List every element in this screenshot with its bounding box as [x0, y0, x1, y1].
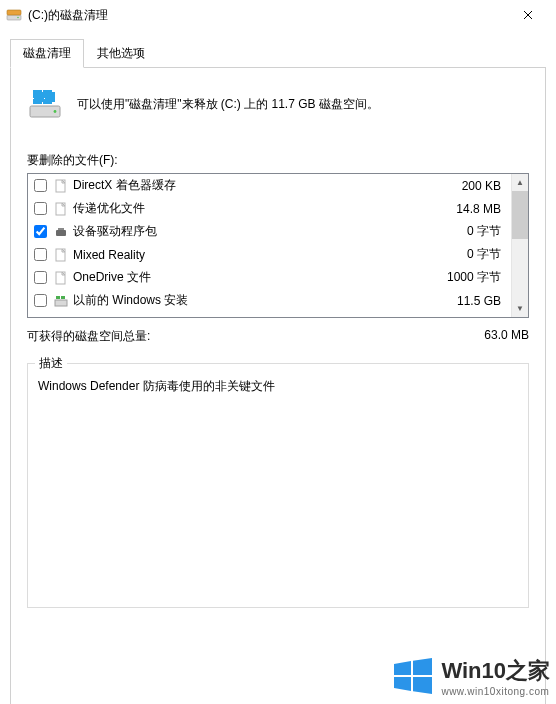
file-list: DirectX 着色器缓存200 KB传递优化文件14.8 MB设备驱动程序包0…	[27, 173, 529, 318]
total-value: 63.0 MB	[484, 328, 529, 345]
file-size: 0 字节	[437, 246, 507, 263]
svg-marker-27	[394, 677, 411, 691]
svg-rect-16	[56, 230, 66, 236]
intro-row: 可以使用"磁盘清理"来释放 (C:) 上的 11.7 GB 磁盘空间。	[27, 86, 529, 122]
winold-icon	[53, 293, 69, 309]
total-label: 可获得的磁盘空间总量:	[27, 328, 484, 345]
file-icon	[53, 178, 69, 194]
list-item[interactable]: OneDrive 文件1000 字节	[28, 266, 511, 289]
svg-rect-24	[61, 296, 65, 299]
file-name: DirectX 着色器缓存	[73, 177, 433, 194]
watermark-url: www.win10xitong.com	[441, 686, 549, 697]
svg-rect-0	[7, 15, 21, 20]
svg-rect-22	[55, 300, 67, 306]
svg-rect-9	[43, 90, 52, 98]
file-name: 传递优化文件	[73, 200, 433, 217]
tab-disk-cleanup[interactable]: 磁盘清理	[10, 39, 84, 68]
svg-marker-28	[413, 677, 432, 694]
scroll-down-button[interactable]: ▼	[512, 300, 528, 317]
description-box: Windows Defender 防病毒使用的非关键文件	[27, 363, 529, 608]
file-size: 11.5 GB	[437, 294, 507, 308]
file-size: 1000 字节	[437, 269, 507, 286]
list-item[interactable]: 传递优化文件14.8 MB	[28, 197, 511, 220]
file-checkbox[interactable]	[34, 294, 47, 307]
file-icon	[53, 247, 69, 263]
svg-rect-11	[43, 99, 52, 104]
total-row: 可获得的磁盘空间总量: 63.0 MB	[27, 328, 529, 345]
description-legend: 描述	[35, 355, 67, 372]
files-to-delete-label: 要删除的文件(F):	[27, 152, 529, 169]
svg-marker-25	[394, 661, 411, 675]
description-text: Windows Defender 防病毒使用的非关键文件	[38, 378, 518, 395]
list-item[interactable]: Mixed Reality0 字节	[28, 243, 511, 266]
titlebar: (C:)的磁盘清理	[0, 0, 556, 30]
close-button[interactable]	[505, 0, 550, 30]
file-checkbox[interactable]	[34, 248, 47, 261]
window-title: (C:)的磁盘清理	[28, 7, 108, 24]
device-icon	[53, 224, 69, 240]
watermark-brand: Win10之家	[441, 656, 550, 686]
file-name: 设备驱动程序包	[73, 223, 433, 240]
svg-rect-23	[56, 296, 60, 299]
svg-rect-10	[33, 99, 42, 104]
file-size: 0 字节	[437, 223, 507, 240]
svg-rect-8	[33, 90, 42, 98]
description-group: 描述 Windows Defender 防病毒使用的非关键文件	[27, 363, 529, 608]
tabs: 磁盘清理 其他选项	[10, 38, 546, 68]
svg-point-2	[17, 17, 19, 19]
windows-logo-icon	[391, 654, 435, 698]
tab-other-options[interactable]: 其他选项	[84, 39, 158, 68]
svg-point-4	[54, 110, 57, 113]
list-item[interactable]: DirectX 着色器缓存200 KB	[28, 174, 511, 197]
svg-rect-17	[58, 228, 64, 230]
list-item[interactable]: 设备驱动程序包0 字节	[28, 220, 511, 243]
scroll-up-button[interactable]: ▲	[512, 174, 528, 191]
intro-text: 可以使用"磁盘清理"来释放 (C:) 上的 11.7 GB 磁盘空间。	[77, 95, 379, 113]
file-size: 200 KB	[437, 179, 507, 193]
file-name: Mixed Reality	[73, 248, 433, 262]
file-name: OneDrive 文件	[73, 269, 433, 286]
file-size: 14.8 MB	[437, 202, 507, 216]
file-checkbox[interactable]	[34, 179, 47, 192]
drive-large-icon	[27, 86, 63, 122]
drive-icon	[6, 7, 22, 23]
scroll-track[interactable]	[512, 191, 528, 300]
svg-marker-26	[413, 658, 432, 675]
file-checkbox[interactable]	[34, 202, 47, 215]
file-name: 以前的 Windows 安装	[73, 292, 433, 309]
scrollbar[interactable]: ▲ ▼	[511, 174, 528, 317]
file-icon	[53, 270, 69, 286]
watermark: Win10之家 www.win10xitong.com	[391, 654, 550, 698]
file-icon	[53, 201, 69, 217]
scroll-thumb[interactable]	[512, 191, 528, 239]
file-checkbox[interactable]	[34, 271, 47, 284]
svg-rect-1	[7, 10, 21, 15]
list-item[interactable]: 以前的 Windows 安装11.5 GB	[28, 289, 511, 312]
tab-panel: 可以使用"磁盘清理"来释放 (C:) 上的 11.7 GB 磁盘空间。 要删除的…	[10, 68, 546, 704]
file-checkbox[interactable]	[34, 225, 47, 238]
